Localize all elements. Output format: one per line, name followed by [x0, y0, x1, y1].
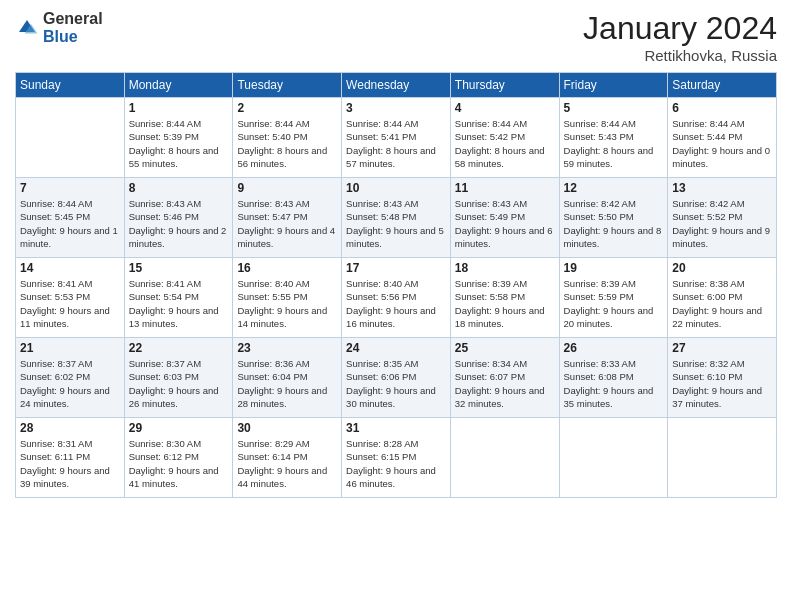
cell-sunset: Sunset: 6:06 PM — [346, 371, 416, 382]
calendar-cell: 27Sunrise: 8:32 AMSunset: 6:10 PMDayligh… — [668, 338, 777, 418]
cell-info: Sunrise: 8:33 AMSunset: 6:08 PMDaylight:… — [564, 357, 664, 410]
cell-date: 26 — [564, 341, 664, 355]
cell-info: Sunrise: 8:44 AMSunset: 5:44 PMDaylight:… — [672, 117, 772, 170]
cell-sunset: Sunset: 6:08 PM — [564, 371, 634, 382]
cell-sunset: Sunset: 5:58 PM — [455, 291, 525, 302]
cell-sunrise: Sunrise: 8:44 AM — [455, 118, 527, 129]
calendar-cell: 1Sunrise: 8:44 AMSunset: 5:39 PMDaylight… — [124, 98, 233, 178]
cell-date: 27 — [672, 341, 772, 355]
logo-text: General Blue — [43, 10, 103, 45]
calendar-week-row: 28Sunrise: 8:31 AMSunset: 6:11 PMDayligh… — [16, 418, 777, 498]
calendar-cell: 2Sunrise: 8:44 AMSunset: 5:40 PMDaylight… — [233, 98, 342, 178]
calendar-cell: 24Sunrise: 8:35 AMSunset: 6:06 PMDayligh… — [342, 338, 451, 418]
cell-date: 23 — [237, 341, 337, 355]
cell-info: Sunrise: 8:44 AMSunset: 5:43 PMDaylight:… — [564, 117, 664, 170]
cell-daylight: Daylight: 9 hours and 8 minutes. — [564, 225, 662, 249]
cell-sunset: Sunset: 5:40 PM — [237, 131, 307, 142]
cell-daylight: Daylight: 9 hours and 6 minutes. — [455, 225, 553, 249]
cell-sunrise: Sunrise: 8:44 AM — [20, 198, 92, 209]
cell-date: 25 — [455, 341, 555, 355]
cell-info: Sunrise: 8:38 AMSunset: 6:00 PMDaylight:… — [672, 277, 772, 330]
cell-sunset: Sunset: 5:39 PM — [129, 131, 199, 142]
cell-sunrise: Sunrise: 8:37 AM — [129, 358, 201, 369]
calendar-cell: 16Sunrise: 8:40 AMSunset: 5:55 PMDayligh… — [233, 258, 342, 338]
cell-sunrise: Sunrise: 8:29 AM — [237, 438, 309, 449]
calendar-cell: 6Sunrise: 8:44 AMSunset: 5:44 PMDaylight… — [668, 98, 777, 178]
cell-sunset: Sunset: 6:07 PM — [455, 371, 525, 382]
cell-sunset: Sunset: 5:59 PM — [564, 291, 634, 302]
cell-daylight: Daylight: 9 hours and 22 minutes. — [672, 305, 762, 329]
cell-date: 31 — [346, 421, 446, 435]
cell-sunrise: Sunrise: 8:44 AM — [564, 118, 636, 129]
cell-sunrise: Sunrise: 8:41 AM — [20, 278, 92, 289]
cell-sunrise: Sunrise: 8:39 AM — [564, 278, 636, 289]
cell-sunrise: Sunrise: 8:44 AM — [237, 118, 309, 129]
cell-sunset: Sunset: 5:44 PM — [672, 131, 742, 142]
cell-date: 3 — [346, 101, 446, 115]
cell-date: 2 — [237, 101, 337, 115]
cell-sunset: Sunset: 5:49 PM — [455, 211, 525, 222]
cell-info: Sunrise: 8:31 AMSunset: 6:11 PMDaylight:… — [20, 437, 120, 490]
cell-daylight: Daylight: 8 hours and 57 minutes. — [346, 145, 436, 169]
calendar-header-row: Sunday Monday Tuesday Wednesday Thursday… — [16, 73, 777, 98]
cell-daylight: Daylight: 9 hours and 44 minutes. — [237, 465, 327, 489]
cell-sunrise: Sunrise: 8:42 AM — [564, 198, 636, 209]
cell-date: 29 — [129, 421, 229, 435]
cell-sunset: Sunset: 6:10 PM — [672, 371, 742, 382]
calendar-cell — [559, 418, 668, 498]
calendar-cell: 5Sunrise: 8:44 AMSunset: 5:43 PMDaylight… — [559, 98, 668, 178]
header-wednesday: Wednesday — [342, 73, 451, 98]
cell-date: 9 — [237, 181, 337, 195]
cell-daylight: Daylight: 9 hours and 4 minutes. — [237, 225, 335, 249]
calendar-week-row: 14Sunrise: 8:41 AMSunset: 5:53 PMDayligh… — [16, 258, 777, 338]
calendar-cell: 3Sunrise: 8:44 AMSunset: 5:41 PMDaylight… — [342, 98, 451, 178]
header-saturday: Saturday — [668, 73, 777, 98]
cell-date: 17 — [346, 261, 446, 275]
cell-daylight: Daylight: 8 hours and 58 minutes. — [455, 145, 545, 169]
cell-date: 7 — [20, 181, 120, 195]
calendar-week-row: 21Sunrise: 8:37 AMSunset: 6:02 PMDayligh… — [16, 338, 777, 418]
cell-info: Sunrise: 8:44 AMSunset: 5:45 PMDaylight:… — [20, 197, 120, 250]
cell-info: Sunrise: 8:42 AMSunset: 5:50 PMDaylight:… — [564, 197, 664, 250]
cell-sunset: Sunset: 6:00 PM — [672, 291, 742, 302]
month-title: January 2024 — [583, 10, 777, 47]
cell-sunrise: Sunrise: 8:40 AM — [346, 278, 418, 289]
cell-sunset: Sunset: 6:14 PM — [237, 451, 307, 462]
calendar-cell: 4Sunrise: 8:44 AMSunset: 5:42 PMDaylight… — [450, 98, 559, 178]
header: General Blue January 2024 Rettikhovka, R… — [15, 10, 777, 64]
cell-info: Sunrise: 8:32 AMSunset: 6:10 PMDaylight:… — [672, 357, 772, 410]
cell-daylight: Daylight: 9 hours and 16 minutes. — [346, 305, 436, 329]
calendar-cell: 19Sunrise: 8:39 AMSunset: 5:59 PMDayligh… — [559, 258, 668, 338]
cell-daylight: Daylight: 9 hours and 28 minutes. — [237, 385, 327, 409]
cell-sunset: Sunset: 5:41 PM — [346, 131, 416, 142]
cell-info: Sunrise: 8:43 AMSunset: 5:48 PMDaylight:… — [346, 197, 446, 250]
cell-date: 22 — [129, 341, 229, 355]
header-sunday: Sunday — [16, 73, 125, 98]
cell-sunrise: Sunrise: 8:44 AM — [129, 118, 201, 129]
cell-daylight: Daylight: 9 hours and 26 minutes. — [129, 385, 219, 409]
cell-date: 8 — [129, 181, 229, 195]
cell-sunset: Sunset: 6:04 PM — [237, 371, 307, 382]
cell-info: Sunrise: 8:44 AMSunset: 5:42 PMDaylight:… — [455, 117, 555, 170]
cell-sunset: Sunset: 5:45 PM — [20, 211, 90, 222]
cell-daylight: Daylight: 9 hours and 24 minutes. — [20, 385, 110, 409]
cell-info: Sunrise: 8:39 AMSunset: 5:59 PMDaylight:… — [564, 277, 664, 330]
title-block: January 2024 Rettikhovka, Russia — [583, 10, 777, 64]
cell-daylight: Daylight: 9 hours and 30 minutes. — [346, 385, 436, 409]
calendar-cell — [450, 418, 559, 498]
cell-daylight: Daylight: 9 hours and 11 minutes. — [20, 305, 110, 329]
cell-date: 28 — [20, 421, 120, 435]
calendar-cell: 9Sunrise: 8:43 AMSunset: 5:47 PMDaylight… — [233, 178, 342, 258]
cell-info: Sunrise: 8:37 AMSunset: 6:02 PMDaylight:… — [20, 357, 120, 410]
cell-sunrise: Sunrise: 8:43 AM — [346, 198, 418, 209]
calendar-cell: 22Sunrise: 8:37 AMSunset: 6:03 PMDayligh… — [124, 338, 233, 418]
logo: General Blue — [15, 10, 103, 45]
cell-date: 14 — [20, 261, 120, 275]
cell-sunset: Sunset: 5:50 PM — [564, 211, 634, 222]
cell-daylight: Daylight: 9 hours and 5 minutes. — [346, 225, 444, 249]
cell-daylight: Daylight: 8 hours and 59 minutes. — [564, 145, 654, 169]
header-friday: Friday — [559, 73, 668, 98]
calendar-cell: 21Sunrise: 8:37 AMSunset: 6:02 PMDayligh… — [16, 338, 125, 418]
cell-sunrise: Sunrise: 8:30 AM — [129, 438, 201, 449]
cell-sunset: Sunset: 5:56 PM — [346, 291, 416, 302]
